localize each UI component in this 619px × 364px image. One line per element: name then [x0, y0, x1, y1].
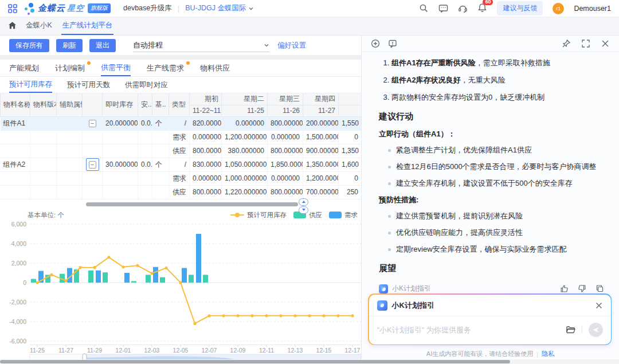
svg-text:12-01: 12-01 — [116, 347, 131, 354]
supply-demand-table: 物料名称物料版本辅助属性即时库存安..基..类型期初星期二星期三星期四11-22… — [0, 93, 361, 199]
section-heading-actions: 建议行动 — [379, 111, 604, 122]
cell: 0.0... — [138, 116, 152, 130]
chart-canvas[interactable]: 6,0004,0002,0000-2,000-4,000-6,00011-251… — [0, 209, 361, 361]
tab-计划编制[interactable]: 计划编制 — [55, 60, 85, 76]
cell: 组件A1 — [1, 116, 30, 130]
table-hscrollbar[interactable] — [86, 202, 298, 206]
table-row[interactable]: 供应800.0000...380.000000800.000000900.000… — [1, 144, 362, 158]
window-hscrollbar[interactable] — [0, 359, 619, 364]
window-hscrollbar-thumb[interactable] — [0, 360, 510, 363]
pin-icon[interactable] — [562, 39, 571, 48]
thumbs-up-icon[interactable] — [560, 284, 569, 293]
cell: 1,350 — [339, 144, 362, 158]
action-item: 检查12月6日的5000个需求是否合理，必要时与客户协商调整 — [387, 162, 604, 172]
send-icon — [592, 326, 600, 334]
app-launcher-icon[interactable] — [8, 4, 17, 13]
chat-close-icon[interactable] — [595, 302, 603, 310]
table-row[interactable]: 需求0.0000001,200.0000000.0000001,500.0000… — [1, 130, 362, 144]
findings-list: 组件A1存在严重断供风险，需立即采取补救措施组件A2库存状况良好，无重大风险两款… — [391, 58, 604, 103]
expand-icon[interactable] — [581, 39, 590, 48]
table-row[interactable]: 供应800.0000...1,220.000000800.000000700.0… — [1, 185, 362, 199]
legend-swatch — [329, 212, 342, 218]
feedback-button[interactable]: 建议与反馈 — [497, 1, 543, 15]
username: Demouser1 — [574, 5, 611, 13]
cell — [57, 116, 83, 130]
headset-icon[interactable] — [458, 3, 468, 13]
scheme-select[interactable]: 自动排程 — [133, 38, 269, 52]
cell: 1,500.000000 — [303, 130, 339, 144]
org-selector[interactable]: BU-JDGJ 金蝶国际 — [185, 3, 254, 13]
message-icon[interactable] — [438, 3, 448, 13]
top-header: 金蝶云 星空 旗舰版 devbase升级库 | BU-JDGJ 金蝶国际 60 … — [0, 0, 619, 17]
cell: / — [169, 158, 190, 171]
cell — [1, 185, 30, 199]
svg-text:12-07: 12-07 — [202, 347, 217, 354]
copy-icon[interactable] — [596, 284, 604, 293]
close-icon[interactable] — [601, 39, 610, 48]
svg-text:12-05: 12-05 — [173, 347, 189, 354]
table-row[interactable]: 组件A1−20.0000000.0...个/820.0000...0.00000… — [1, 116, 362, 130]
tab-生产线需求[interactable]: 生产线需求 — [147, 60, 184, 76]
search-icon[interactable] — [419, 3, 429, 13]
tab-供需平衡[interactable]: 供需平衡 — [101, 60, 131, 76]
save-all-button[interactable]: 保存所有 — [9, 39, 49, 52]
date-column-header: 星期三 — [268, 93, 303, 105]
privacy-link[interactable]: 隐私 — [542, 350, 554, 358]
preferences-link[interactable]: 偏好设置 — [277, 41, 306, 50]
thumbs-down-icon[interactable] — [578, 284, 586, 293]
cell: 800.0000... — [190, 185, 222, 199]
cell — [152, 185, 169, 199]
exit-button[interactable]: 退出 — [89, 39, 116, 52]
subtab-预计可用库存[interactable]: 预计可用库存 — [9, 77, 52, 93]
ai-disclaimer: AI生成内容可能有误，请结合经验使用 | 隐私 — [362, 350, 619, 358]
refresh-button[interactable]: 刷新 — [56, 39, 83, 52]
splitter-collapse-up-button[interactable] — [299, 198, 308, 206]
legend-item-需求[interactable]: 需求 — [329, 211, 358, 220]
chat-input[interactable] — [377, 326, 566, 334]
svg-text:4,000: 4,000 — [11, 240, 26, 246]
subtab-供需即时对应[interactable]: 供需即时对应 — [125, 77, 168, 93]
cell — [138, 144, 152, 158]
tab-产能规划[interactable]: 产能规划 — [9, 60, 39, 76]
chevron-down-icon — [248, 6, 254, 11]
ai-panel-toolbar — [362, 36, 619, 52]
avatar[interactable]: r1 — [553, 3, 564, 14]
ai-message-content: 组件A1存在严重断供风险，需立即采取补救措施组件A2库存状况良好，无重大风险两款… — [362, 52, 619, 277]
notifications[interactable]: 60 — [477, 3, 487, 14]
cell — [30, 158, 57, 171]
feedback-comment-icon[interactable] — [388, 39, 397, 48]
inventory-chart: 基本单位: 个 预计可用库存供应需求 6,0004,0002,0000-2,00… — [0, 209, 361, 361]
scheme-value: 自动排程 — [133, 40, 163, 50]
row-expander[interactable]: − — [89, 161, 96, 169]
table-row[interactable]: 需求0.0000001,000.0000000.0000001,200.0000… — [1, 171, 362, 185]
cell: 1,850.000000 — [268, 158, 303, 171]
immediate-actions-list: 紧急调整生产计划，优先保障组件A1供应检查12月6日的5000个需求是否合理，必… — [387, 145, 604, 189]
column-header: 类型 — [169, 93, 190, 116]
cell: 1,220.000000 — [222, 185, 268, 199]
cell: 0 — [339, 171, 362, 185]
row-expander[interactable]: − — [89, 120, 96, 127]
home-icon[interactable] — [8, 21, 17, 30]
table-row[interactable]: 组件A2−30.0000000.0...个/830.0000...1,050.0… — [1, 158, 362, 171]
splitter-collapse-down-button[interactable] — [299, 206, 308, 214]
column-header: 安.. — [138, 93, 152, 116]
edition-badge: 旗舰版 — [88, 3, 111, 13]
cell: 组件A2 — [1, 158, 30, 171]
cell: / — [169, 116, 190, 130]
cell: 0.000000 — [268, 171, 303, 185]
notification-count-badge: 60 — [483, 0, 493, 5]
page-tab-active[interactable]: 生产线计划平台 — [61, 17, 114, 35]
cell — [138, 185, 152, 199]
legend-item-预计可用库存[interactable]: 预计可用库存 — [230, 211, 287, 220]
ai-assistant-panel: 组件A1存在严重断供风险，需立即采取补救措施组件A2库存状况良好，无重大风险两款… — [361, 36, 619, 364]
new-chat-icon[interactable] — [371, 39, 380, 48]
page-tab-home[interactable]: 金蝶小K — [26, 21, 52, 32]
attach-folder-icon[interactable] — [566, 325, 575, 335]
chart-unit-label: 基本单位: 个 — [28, 211, 64, 220]
cell: 需求 — [169, 130, 190, 144]
send-button[interactable] — [589, 323, 603, 337]
cell: 380.000000 — [222, 144, 268, 158]
divider: | — [178, 4, 179, 13]
subtab-预计可用天数[interactable]: 预计可用天数 — [67, 77, 110, 93]
tab-物料供应[interactable]: 物料供应 — [200, 60, 230, 76]
